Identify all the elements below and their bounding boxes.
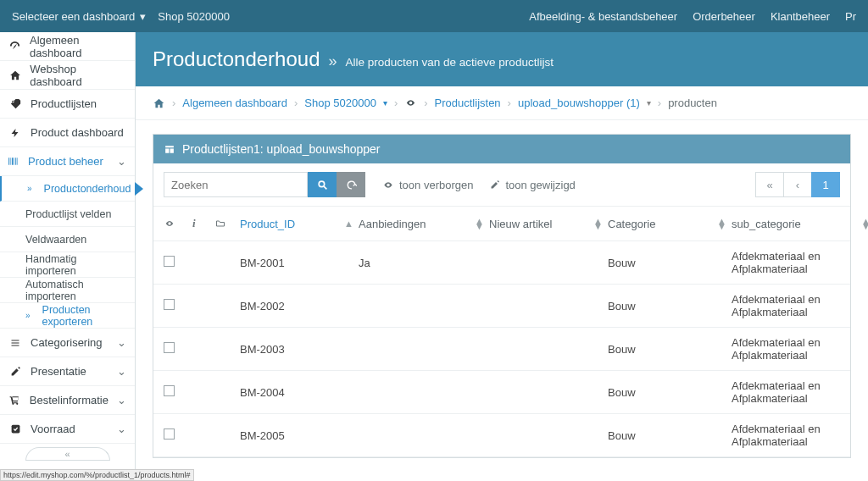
dashboard-selector[interactable]: Selecteer een dashboard ▾ [12, 10, 146, 23]
sidebar-item-productmgr[interactable]: Product beheer ⌄ [0, 147, 135, 176]
list-icon [8, 338, 22, 348]
col-new[interactable]: Nieuw artikel▲▼ [489, 218, 608, 230]
home-icon [8, 69, 21, 81]
sidebar-label: Handmatig importeren [25, 253, 126, 277]
sidebar-label: Productlijst velden [25, 208, 111, 220]
page-prev[interactable]: ‹ [783, 172, 812, 197]
col-category[interactable]: Categorie▲▼ [608, 218, 732, 230]
col-product-id[interactable]: Product_ID▲ [240, 218, 359, 230]
col-subcategory[interactable]: sub_categorie▲▼ [732, 218, 868, 230]
crumb-products: producten [668, 97, 717, 109]
sidebar-sub-fields[interactable]: Productlijst velden [0, 202, 135, 227]
dashboard-icon [8, 40, 21, 53]
barcode-icon [6, 156, 19, 167]
sidebar-item-general[interactable]: Algemeen dashboard [0, 32, 135, 61]
sidebar-item-presentation[interactable]: Presentatie ⌄ [0, 357, 135, 386]
table-row[interactable]: BM-2005BouwAfdekmateriaal en Afplakmater… [153, 414, 850, 457]
chevron-down-icon: ⌄ [117, 365, 126, 378]
sidebar-sub-manual-import[interactable]: Handmatig importeren [0, 252, 135, 278]
separator-icon: » [328, 53, 337, 70]
search-button[interactable] [308, 172, 337, 197]
chevron-down-icon: ⌄ [117, 394, 126, 406]
chevron-down-icon: ⌄ [117, 336, 126, 349]
cell-category: Bouw [608, 386, 732, 399]
sidebar-label: Algemeen dashboard [30, 34, 126, 59]
cell-product-id: BM-2003 [240, 343, 359, 356]
row-checkbox[interactable] [164, 299, 175, 310]
page-first[interactable]: « [755, 172, 784, 197]
row-checkbox[interactable] [164, 428, 175, 440]
eye-icon[interactable] [404, 98, 417, 108]
row-checkbox[interactable] [164, 342, 175, 353]
toggle-show-changed[interactable]: toon gewijzigd [490, 179, 575, 191]
undo-icon [346, 180, 357, 191]
chevron-down-icon: ⌄ [117, 155, 126, 168]
sidebar: Algemeen dashboard Webshop dashboard Pro… [0, 32, 136, 481]
col-offers[interactable]: Aanbiedingen▲▼ [359, 218, 489, 230]
crumb-shop[interactable]: Shop 5020000 [304, 97, 376, 109]
pagination: « ‹ 1 [756, 172, 840, 197]
eye-icon [382, 180, 394, 190]
cell-category: Bouw [608, 343, 732, 356]
chevron-down-icon: ⌄ [117, 423, 126, 435]
check-square-icon [8, 423, 22, 434]
sort-icon: ▲▼ [861, 218, 868, 229]
table-icon [164, 144, 175, 155]
reset-button[interactable] [337, 172, 365, 197]
active-pointer-icon [135, 182, 143, 196]
cell-category: Bouw [608, 257, 732, 269]
breadcrumb: › Algemeen dashboard › Shop 5020000▾ › ›… [136, 86, 868, 120]
sidebar-label: Automatisch importeren [25, 279, 126, 302]
sidebar-label: Product beheer [28, 155, 103, 168]
caret-down-icon: ▾ [140, 10, 146, 23]
cell-offers: Ja [359, 257, 489, 269]
crumb-upload[interactable]: upload_bouwshopper (1) [518, 97, 640, 109]
sidebar-item-productlists[interactable]: Productlijsten [0, 90, 135, 119]
sidebar-item-stock[interactable]: Voorraad ⌄ [0, 415, 135, 444]
table-row[interactable]: BM-2004BouwAfdekmateriaal en Afplakmater… [153, 371, 850, 414]
nav-orders[interactable]: Orderbeheer [693, 10, 755, 23]
sidebar-label: Presentatie [31, 365, 86, 378]
sidebar-item-orderinfo[interactable]: Bestelinformatie ⌄ [0, 386, 135, 415]
shop-label[interactable]: Shop 5020000 [158, 10, 230, 23]
nav-customers[interactable]: Klantbeheer [771, 10, 830, 23]
row-checkbox[interactable] [164, 256, 175, 267]
nav-media[interactable]: Afbeelding- & bestandsbeheer [529, 10, 677, 23]
cell-product-id: BM-2004 [240, 386, 359, 399]
eye-icon[interactable] [164, 219, 175, 228]
search-input[interactable] [164, 172, 308, 197]
crumb-general[interactable]: Algemeen dashboard [182, 97, 287, 109]
page-1[interactable]: 1 [811, 172, 840, 197]
sidebar-sub-export[interactable]: »Producten exporteren [0, 303, 135, 329]
home-icon[interactable] [153, 97, 165, 109]
panel-toolbar: toon verborgen toon gewijzigd « ‹ 1 [153, 163, 850, 207]
nav-products-truncated[interactable]: Pr [845, 10, 856, 23]
toggle-label: toon verborgen [399, 179, 473, 191]
table-row[interactable]: BM-2001JaBouwAfdekmateriaal en Afplakmat… [153, 241, 850, 285]
sidebar-item-webshop[interactable]: Webshop dashboard [0, 61, 135, 90]
page-subtitle: Alle producten van de actieve productlij… [346, 56, 554, 69]
status-bar-url: https://edit.myshop.com/%/productlist_1/… [0, 469, 194, 481]
cell-subcategory: Afdekmateriaal en Afplakmateriaal [732, 293, 868, 318]
topbar: Selecteer een dashboard ▾ Shop 5020000 A… [0, 0, 868, 32]
sidebar-label: Webshop dashboard [30, 63, 126, 88]
table-row[interactable]: BM-2003BouwAfdekmateriaal en Afplakmater… [153, 328, 850, 371]
sidebar-sub-auto-import[interactable]: Automatisch importeren [0, 278, 135, 303]
pencil-icon [490, 180, 500, 190]
sidebar-collapse-handle[interactable]: « [0, 447, 135, 464]
sidebar-item-categorising[interactable]: Categorisering ⌄ [0, 329, 135, 357]
info-icon[interactable]: i [192, 217, 196, 230]
sidebar-sub-values[interactable]: Veldwaarden [0, 227, 135, 252]
row-checkbox[interactable] [164, 385, 175, 396]
cell-category: Bouw [608, 300, 732, 312]
sidebar-label: Veldwaarden [25, 234, 86, 246]
bolt-icon [8, 127, 22, 139]
sidebar-label: Producten exporteren [42, 304, 126, 328]
svg-point-1 [319, 181, 325, 187]
crumb-lists[interactable]: Productlijsten [435, 97, 501, 109]
sidebar-sub-maintenance[interactable]: »Productonderhoud [0, 176, 135, 202]
table-row[interactable]: BM-2002BouwAfdekmateriaal en Afplakmater… [153, 285, 850, 328]
sidebar-item-productdash[interactable]: Product dashboard [0, 119, 135, 147]
folder-icon[interactable] [214, 218, 226, 229]
toggle-show-hidden[interactable]: toon verborgen [382, 179, 473, 191]
